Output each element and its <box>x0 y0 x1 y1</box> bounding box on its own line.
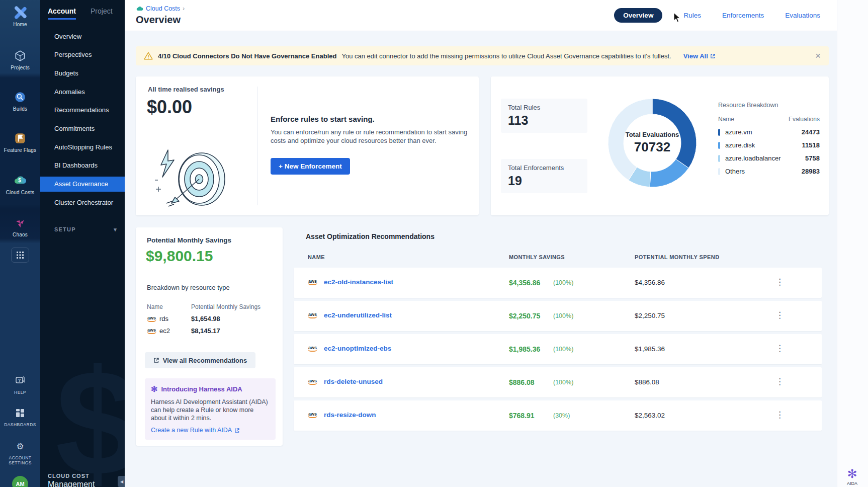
banner-close-button[interactable]: × <box>815 50 821 61</box>
donut-segment-Others[interactable] <box>608 99 652 180</box>
rail-item-account-settings[interactable]: ⚙ ACCOUNT SETTINGS <box>0 439 40 465</box>
legend-value: 24473 <box>802 128 820 136</box>
tab-overview[interactable]: Overview <box>614 8 662 23</box>
legend-col-evaluations: Evaluations <box>789 116 820 123</box>
enforce-description: You can enforce/run any rule or rule rec… <box>271 128 472 145</box>
view-all-recommendations-button[interactable]: View all Recommendations <box>145 352 255 368</box>
breakdown-col-value: Potential Monthly Savings <box>191 303 261 310</box>
chevron-down-icon: ▾ <box>114 226 117 233</box>
rail-item-chaos[interactable]: Chaos <box>0 215 40 237</box>
tab-project[interactable]: Project <box>91 7 113 15</box>
chaos-icon <box>0 215 40 230</box>
svg-text:?: ? <box>18 378 21 383</box>
cloud-icon <box>136 6 143 12</box>
aida-create-rule-link[interactable]: Create a new Rule with AIDA <box>151 427 270 434</box>
sidebar-item-anomalies[interactable]: Anomalies <box>40 85 125 100</box>
aida-title: Introducing Harness AIDA <box>161 385 242 393</box>
rail-item-help[interactable]: ? HELP <box>0 373 40 395</box>
potential-spend-value: $2,250.75 <box>635 312 665 319</box>
sidebar-item-commitments[interactable]: Commitments <box>40 121 125 136</box>
row-menu-kebab-icon[interactable]: ⋮ <box>775 310 784 320</box>
table-row[interactable]: awsrds-resize-down $768.91 (30%) $2,563.… <box>294 400 822 431</box>
total-enforcements-value: 19 <box>508 174 580 188</box>
table-row[interactable]: awsrds-delete-unused $886.08 (100%) $886… <box>294 367 822 397</box>
row-menu-kebab-icon[interactable]: ⋮ <box>775 343 784 354</box>
aws-icon: aws <box>147 315 156 322</box>
legend-tick-azure-disk <box>718 142 720 149</box>
sidebar-item-recommendations[interactable]: Recommendations <box>40 103 125 118</box>
evaluations-donut-chart: Total Evaluations 70732 <box>604 95 700 191</box>
resource-breakdown-legend: Resource Breakdown Name Evaluations azur… <box>718 102 820 175</box>
total-enforcements-box: Total Enforcements 19 <box>501 159 587 193</box>
sidebar-item-cluster-orchestrator[interactable]: Cluster Orchestrator <box>40 195 125 210</box>
legend-col-name: Name <box>718 116 734 123</box>
potential-savings-amount: $9,800.15 <box>146 248 213 265</box>
enforce-heading: Enforce rules to start saving. <box>271 115 375 123</box>
sidebar-item-asset-governance[interactable]: Asset Governance <box>40 177 125 192</box>
tab-account[interactable]: Account <box>48 7 76 20</box>
savings-percent: (100%) <box>553 279 573 286</box>
legend-tick-azure-vm <box>718 129 720 136</box>
banner-view-all-link[interactable]: View All <box>683 52 716 60</box>
rail-label-account-settings: ACCOUNT SETTINGS <box>6 455 35 465</box>
potential-savings-card: Potential Monthly Savings $9,800.15 Brea… <box>136 227 283 446</box>
tab-rules[interactable]: Rules <box>683 12 701 19</box>
recommendations-table: awsec2-old-instances-list $4,356.86 (100… <box>294 268 822 434</box>
sidebar-setup-toggle[interactable]: SETUP ▾ <box>54 226 117 233</box>
new-enforcement-button[interactable]: + New Enforcement <box>271 158 350 175</box>
sidebar-item-bi-dashboards[interactable]: BI Dashboards <box>40 158 125 173</box>
breadcrumb[interactable]: Cloud Costs › <box>136 5 185 12</box>
user-avatar[interactable]: AM <box>12 476 28 487</box>
total-enforcements-label: Total Enforcements <box>508 164 580 172</box>
right-gutter <box>837 0 868 487</box>
breakdown-resource-name: ec2 <box>159 327 170 335</box>
sidebar-item-perspectives[interactable]: Perspectives <box>40 47 125 62</box>
tab-evaluations[interactable]: Evaluations <box>785 12 820 19</box>
cloud-costs-icon: $ <box>0 173 40 188</box>
aida-body-text: Harness AI Development Assistant (AIDA) … <box>151 398 270 422</box>
breakdown-col-name: Name <box>147 303 191 310</box>
external-link-icon <box>710 53 716 59</box>
rail-item-projects[interactable]: Projects <box>0 48 40 70</box>
legend-value: 5758 <box>805 154 820 162</box>
recommendations-title: Asset Optimization Recommendations <box>306 232 435 240</box>
savings-percent: (100%) <box>553 379 573 386</box>
tab-enforcements[interactable]: Enforcements <box>722 12 764 19</box>
sidebar-item-autostopping-rules[interactable]: AutoStopping Rules <box>40 140 125 155</box>
donut-segment-azure.vm[interactable] <box>652 99 697 168</box>
sidebar-item-overview[interactable]: Overview <box>40 29 125 44</box>
help-icon: ? <box>0 373 40 388</box>
rail-item-dashboards[interactable]: DASHBOARDS <box>0 405 40 427</box>
sidebar-collapse-button[interactable]: ◀ <box>118 476 125 487</box>
breadcrumb-link[interactable]: Cloud Costs <box>146 5 180 12</box>
external-link-icon <box>153 357 159 363</box>
recommendation-link[interactable]: ec2-old-instances-list <box>324 278 393 286</box>
sidebar-item-budgets[interactable]: Budgets <box>40 66 125 81</box>
col-monthly-savings: MONTHLY SAVINGS <box>509 254 565 260</box>
table-row[interactable]: awsec2-old-instances-list $4,356.86 (100… <box>294 268 822 298</box>
row-menu-kebab-icon[interactable]: ⋮ <box>775 277 784 287</box>
rail-item-feature-flags[interactable]: Feature Flags <box>0 131 40 153</box>
rail-item-cloud-costs[interactable]: $ Cloud Costs <box>0 173 40 195</box>
recommendation-link[interactable]: rds-delete-unused <box>324 378 383 385</box>
rail-label-cloud-costs: Cloud Costs <box>0 190 40 195</box>
view-all-recommendations-label: View all Recommendations <box>163 357 247 364</box>
recommendation-link[interactable]: rds-resize-down <box>324 411 376 419</box>
legend-label: Others <box>725 168 745 175</box>
recommendation-link[interactable]: ec2-underutilized-list <box>324 311 392 319</box>
page-title: Overview <box>136 14 181 26</box>
row-menu-kebab-icon[interactable]: ⋮ <box>775 410 784 420</box>
rail-label-projects: Projects <box>0 65 40 70</box>
projects-icon <box>0 48 40 63</box>
module-grid-button[interactable] <box>0 248 40 263</box>
recommendation-link[interactable]: ec2-unoptimized-ebs <box>324 345 391 352</box>
rail-item-builds[interactable]: Builds <box>0 90 40 112</box>
aida-floating-button[interactable]: ✻ AIDA <box>847 468 857 486</box>
rail-item-home[interactable]: Home <box>0 5 40 27</box>
legend-tick-others <box>718 168 720 175</box>
table-row[interactable]: awsec2-underutilized-list $2,250.75 (100… <box>294 301 822 331</box>
row-menu-kebab-icon[interactable]: ⋮ <box>775 376 784 387</box>
table-row[interactable]: awsec2-unoptimized-ebs $1,985.36 (100%) … <box>294 334 822 364</box>
monthly-savings-value: $2,250.75 <box>509 312 540 320</box>
potential-spend-value: $2,563.02 <box>635 412 665 419</box>
